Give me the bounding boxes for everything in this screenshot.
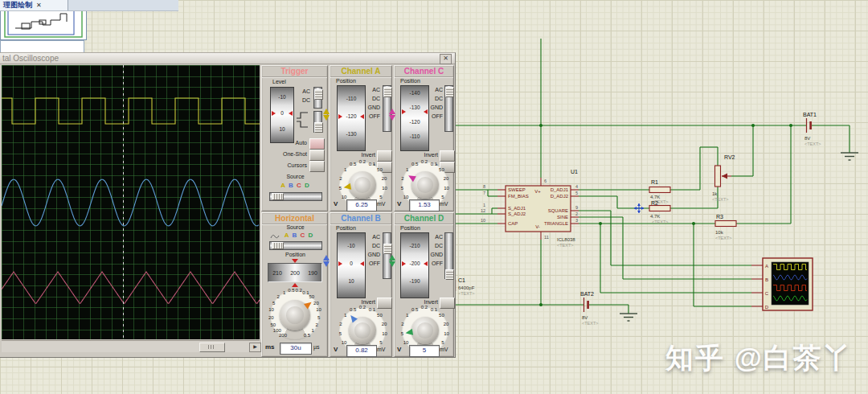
knob-scale-value: 20 [377, 176, 391, 181]
scrollbar-thumb[interactable] [199, 343, 225, 352]
channel-a-invert-button[interactable] [377, 150, 392, 162]
knob-scale-value: 50 [266, 322, 280, 327]
knob-scale-value: 200 [276, 333, 290, 338]
trigger-source-slider[interactable] [269, 192, 322, 201]
channel-a-position-arrows-icon[interactable] [323, 108, 330, 121]
trigger-level-slider[interactable]: -10 0 10 [270, 87, 294, 143]
channel-d-coupling-slider[interactable] [444, 232, 453, 279]
position-value: 190 [308, 270, 317, 276]
trace-channel-a-square [2, 98, 260, 124]
knob-scale-value: 1 [400, 313, 415, 318]
component-scope-probe[interactable]: ABCD [763, 258, 813, 310]
channel-a-title: Channel A [330, 66, 391, 77]
component-rv2-pot[interactable]: RV2 1k <TEXT> [712, 154, 735, 202]
knob-scale-value: 20 [439, 176, 453, 181]
knob-scale-value: 10 [264, 307, 279, 312]
c1-ref: C1 [458, 277, 465, 283]
channel-d-letter: D [308, 232, 313, 239]
knob-scale-value: 2 [334, 176, 348, 181]
trace-channel-c-triangle [2, 272, 260, 303]
junction-dot [789, 124, 792, 127]
trigger-source-channels: A B C D [262, 182, 329, 189]
r2-ref: R2 [651, 200, 658, 206]
knob-scale-value: 2 [334, 322, 348, 326]
pin-number: 12 [481, 208, 485, 213]
marker-left-icon [338, 114, 342, 119]
channel-c-position-arrows-icon[interactable] [389, 108, 395, 121]
gnd-label: GND [427, 251, 443, 259]
channel-d-letter: D [305, 182, 310, 189]
knob-scale-value: 50 [372, 167, 387, 172]
channel-b-position-slider[interactable]: -10 0 10 [337, 232, 366, 298]
timebase-knob[interactable]: 2001005020105210.50.20.15020105210.5 [263, 289, 327, 342]
channel-a-value: 6.25 [346, 199, 377, 211]
pin-number: 2 [575, 211, 578, 216]
ground-symbol-1[interactable] [841, 153, 858, 160]
component-r3[interactable]: R3 10k <TEXT> [715, 214, 736, 240]
timebase-value: 30u [280, 343, 312, 355]
cursors-label: Cursors [264, 162, 307, 170]
position-value: 210 [272, 270, 282, 276]
channel-c-coupling-slider[interactable] [444, 85, 453, 132]
us-label: µs [313, 344, 320, 350]
pin-number: 6 [544, 179, 547, 183]
oscilloscope-window[interactable]: tal Oscilloscope ✕ ▶ Trigger Level -10 0… [0, 52, 456, 358]
position-label: Position [336, 225, 356, 231]
trigger-coupling-slider[interactable] [313, 87, 322, 109]
channel-d-position-arrows-icon[interactable] [389, 254, 395, 268]
pin-name: SWEEP [508, 187, 526, 192]
trigger-edge-slider[interactable] [313, 111, 322, 133]
position-label: Position [400, 78, 420, 84]
channel-a-position-slider[interactable]: -110 -120 -130 [337, 85, 366, 151]
scope-screen[interactable] [2, 65, 260, 339]
ground-symbol-2[interactable] [620, 314, 637, 321]
r2-text: <TEXT> [652, 220, 668, 224]
probe-pin-letter: D [765, 305, 769, 310]
waveform-display [2, 65, 260, 339]
rv2-text: <TEXT> [712, 197, 728, 202]
channel-b-title: Channel B [330, 213, 391, 224]
channel-c-panel: Channel C Position -140 -130 -120 -110 A… [394, 65, 454, 211]
pin-name: D_ADJ2 [551, 194, 569, 199]
mv-label: mV [377, 201, 386, 207]
knob-face[interactable] [411, 317, 439, 344]
channel-d-position-slider[interactable]: -210 -200 -190 [400, 232, 429, 298]
level-label: Level [272, 79, 286, 84]
ac-label: AC [427, 233, 443, 241]
tick: -10 [271, 94, 293, 100]
tick: -10 [338, 243, 365, 248]
invert-label: Invert [396, 151, 438, 159]
r2-value: 4.7K [650, 214, 660, 219]
invert-label: Invert [332, 151, 375, 159]
schematic-canvas[interactable]: 理图绘制✕ U1 ICL8038 <TEXT> SWEEP8FM_BIAS7S_… [0, 0, 868, 394]
component-bat1[interactable]: BAT1 8V <TEXT> [803, 112, 821, 146]
channel-a-letter: A [285, 232, 289, 239]
cursors-button[interactable] [309, 161, 325, 172]
channel-c-invert-button[interactable] [440, 150, 455, 162]
knob-face[interactable] [349, 171, 376, 199]
knob-scale-value: 0.1 [427, 307, 441, 312]
channel-c-position-slider[interactable]: -140 -130 -120 -110 [400, 85, 429, 151]
window-close-button[interactable]: ✕ [440, 54, 452, 64]
knob-scale-value: 5 [312, 315, 326, 320]
knob-scale-value: 0.1 [365, 307, 379, 312]
tick: 10 [338, 278, 365, 284]
one-shot-button[interactable] [309, 150, 325, 161]
level-marker-left-icon [272, 111, 276, 116]
window-titlebar[interactable]: tal Oscilloscope ✕ [0, 53, 455, 64]
u1-value: ICL8038 [557, 237, 575, 242]
channel-b-position-arrows-icon[interactable] [323, 254, 330, 268]
component-bat2[interactable]: BAT2 8V <TEXT> [580, 291, 598, 326]
knob-scale-value: 100 [270, 328, 285, 333]
scrollbar-right-arrow-icon[interactable]: ▶ [249, 343, 261, 352]
knob-scale-value: 5 [333, 331, 347, 336]
scope-scrollbar[interactable]: ▶ [2, 340, 260, 352]
rising-edge-icon [296, 112, 309, 119]
auto-button[interactable] [309, 138, 325, 150]
level-marker-right-icon [289, 111, 293, 116]
horizontal-position-display[interactable]: 210 200 190 [268, 263, 322, 282]
knob-scale-value: 50 [305, 294, 319, 299]
horizontal-source-slider[interactable] [269, 241, 322, 250]
knob-scale-value: 5 [395, 186, 409, 191]
horizontal-panel: Horizontal Source A B C D Position 210 2… [261, 212, 328, 357]
